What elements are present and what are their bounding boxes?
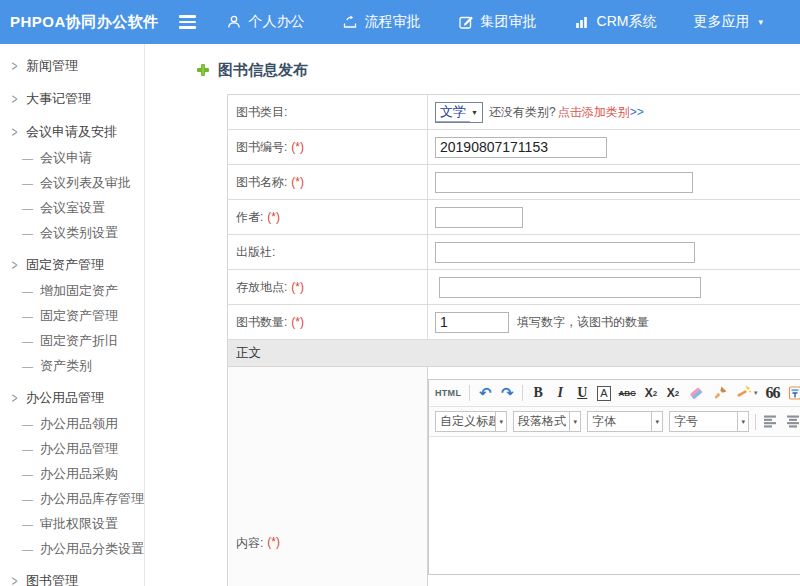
chevron-right-icon: > <box>12 123 18 141</box>
required-mark: (*) <box>291 175 304 189</box>
sidebar-item[interactable]: —会议申请 <box>0 145 144 170</box>
sidebar-item[interactable]: —办公用品分类设置 <box>0 536 144 561</box>
required-mark: (*) <box>267 210 280 224</box>
auto-typeset-button[interactable]: ▾ <box>736 383 758 403</box>
font-family-select[interactable]: 字体▾ <box>587 411 663 432</box>
paste-word-button[interactable] <box>787 383 800 403</box>
sidebar-item[interactable]: —会议类别设置 <box>0 220 144 245</box>
publisher-input[interactable] <box>435 242 695 263</box>
add-category-arrows[interactable]: >> <box>630 105 644 119</box>
dash-icon: — <box>22 177 33 189</box>
sidebar-item-label: 审批权限设置 <box>40 515 118 533</box>
caret-down-icon: ▾ <box>737 412 748 431</box>
form-row-category: 图书类目: 文学 ▼ 还没有类别? 点击添加类别 >> <box>228 95 800 130</box>
editor-toolbar-row1: HTML↶↷BIUAABCX2X2▾66A▾ <box>429 380 800 407</box>
sidebar-item[interactable]: —办公用品领用 <box>0 411 144 436</box>
sidebar-item-label: 办公用品分类设置 <box>40 540 144 558</box>
select-value: 段落格式 <box>514 412 569 431</box>
chevron-right-icon: > <box>12 389 18 407</box>
user-icon <box>226 14 242 30</box>
quantity-label: 图书数量: <box>236 314 287 331</box>
top-nav: 个人办公流程审批集团审批CRM系统更多应用▾ <box>226 13 800 31</box>
font-size-select[interactable]: 字号▾ <box>669 411 749 432</box>
nav-process-approval[interactable]: 流程审批 <box>342 13 421 31</box>
sidebar-item[interactable]: >办公用品管理 <box>0 385 144 411</box>
form-row-book-no: 图书编号: (*) <box>228 130 800 165</box>
custom-title-select[interactable]: 自定义标题▾ <box>435 411 507 432</box>
sidebar-item[interactable]: —资产类别 <box>0 353 144 378</box>
nav-group-approval[interactable]: 集团审批 <box>458 13 537 31</box>
nav-crm-system[interactable]: CRM系统 <box>574 13 657 31</box>
nav-label: 个人办公 <box>249 13 305 31</box>
form-row-publisher: 出版社: <box>228 235 800 270</box>
dash-icon: — <box>22 518 33 530</box>
remove-format-button[interactable] <box>688 383 704 403</box>
book-no-input[interactable] <box>435 137 607 158</box>
caret-down-icon: ▾ <box>569 412 580 431</box>
sidebar-item-label: 办公用品管理 <box>26 389 104 407</box>
quantity-input[interactable] <box>435 312 509 333</box>
location-input[interactable] <box>439 277 701 298</box>
format-brush-button[interactable] <box>712 383 728 403</box>
editor-toolbar-row2: 自定义标题▾段落格式▾字体▾字号▾ <box>429 407 800 437</box>
publisher-label: 出版社: <box>236 244 275 261</box>
author-input[interactable] <box>435 207 523 228</box>
sidebar-item-label: 固定资产折旧 <box>40 332 118 350</box>
dash-icon: — <box>22 493 33 505</box>
book-no-label: 图书编号: <box>236 139 287 156</box>
undo-button[interactable]: ↶ <box>478 383 492 403</box>
underline-button[interactable]: U <box>575 383 589 403</box>
sidebar-item-label: 会议申请 <box>40 149 92 167</box>
sidebar-item[interactable]: >新闻管理 <box>0 53 144 79</box>
sidebar-item[interactable]: >图书管理 <box>0 568 144 586</box>
italic-button[interactable]: I <box>553 383 567 403</box>
sidebar-item[interactable]: >大事记管理 <box>0 86 144 112</box>
sidebar-item[interactable]: —会议室设置 <box>0 195 144 220</box>
dash-icon: — <box>22 468 33 480</box>
dash-icon: — <box>22 152 33 164</box>
sidebar-item-label: 增加固定资产 <box>40 282 118 300</box>
hamburger-menu-icon[interactable] <box>179 15 197 29</box>
main-content: 图书信息发布 图书类目: 文学 ▼ 还没有类别? 点击添加类别 >> 图书编号:… <box>146 44 800 586</box>
align-center-icon[interactable] <box>785 413 800 430</box>
required-mark: (*) <box>291 280 304 294</box>
bold-button[interactable]: B <box>531 383 545 403</box>
source-code-button[interactable]: HTML <box>435 383 461 403</box>
paragraph-format-select[interactable]: 段落格式▾ <box>513 411 581 432</box>
phpoa-app: { "colors": { "topbar_blue": "#4a94e8", … <box>0 0 800 586</box>
sidebar-item[interactable]: —固定资产折旧 <box>0 328 144 353</box>
sidebar-item[interactable]: —会议列表及审批 <box>0 170 144 195</box>
redo-button[interactable]: ↷ <box>500 383 514 403</box>
sidebar-item-label: 固定资产管理 <box>26 256 104 274</box>
chevron-right-icon: > <box>12 57 18 75</box>
sidebar-item-label: 会议类别设置 <box>40 224 118 242</box>
sidebar-item-label: 资产类别 <box>40 357 92 375</box>
bar-chart-icon <box>574 14 590 30</box>
sidebar-item[interactable]: —办公用品库存管理 <box>0 486 144 511</box>
topbar: PHPOA协同办公软件 个人办公流程审批集团审批CRM系统更多应用▾ <box>0 0 800 44</box>
subscript-button[interactable]: X2 <box>666 383 680 403</box>
nav-more-apps[interactable]: 更多应用▾ <box>693 13 763 31</box>
sidebar-item[interactable]: —审批权限设置 <box>0 511 144 536</box>
strikethrough-button[interactable]: ABC <box>619 383 636 403</box>
sidebar-item[interactable]: —办公用品管理 <box>0 436 144 461</box>
toolbar-separator <box>755 414 756 430</box>
blockquote-button[interactable]: 66 <box>765 383 779 403</box>
sidebar-item[interactable]: —办公用品采购 <box>0 461 144 486</box>
nav-personal-office[interactable]: 个人办公 <box>226 13 305 31</box>
caret-down-icon: ▾ <box>754 389 758 397</box>
category-select[interactable]: 文学 ▼ <box>435 102 483 123</box>
sidebar-item[interactable]: —增加固定资产 <box>0 278 144 303</box>
add-category-link[interactable]: 点击添加类别 <box>558 104 630 121</box>
sidebar-item[interactable]: >会议申请及安排 <box>0 119 144 145</box>
align-left-icon[interactable] <box>762 413 779 430</box>
required-mark: (*) <box>291 315 304 329</box>
book-name-input[interactable] <box>435 172 693 193</box>
sidebar-item[interactable]: —固定资产管理 <box>0 303 144 328</box>
author-label: 作者: <box>236 209 263 226</box>
select-value: 字号 <box>670 412 737 431</box>
font-box-button[interactable]: A <box>597 386 610 401</box>
editor-content-area[interactable] <box>429 437 800 573</box>
sidebar-item[interactable]: >固定资产管理 <box>0 252 144 278</box>
superscript-button[interactable]: X2 <box>644 383 658 403</box>
